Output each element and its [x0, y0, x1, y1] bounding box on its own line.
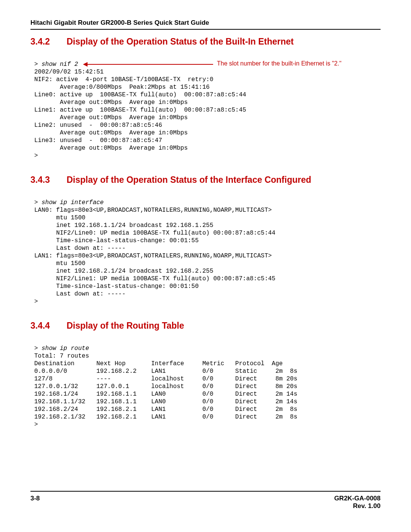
- command: show ip route: [41, 345, 89, 352]
- section-number: 3.4.3: [30, 175, 67, 185]
- section-heading-344: 3.4.4 Display of the Routing Table: [30, 321, 381, 331]
- command: show nif 2: [41, 61, 78, 68]
- prompt: >: [34, 345, 41, 352]
- section-heading-343: 3.4.3 Display of the Operation Status of…: [30, 175, 381, 185]
- doc-rev: Rev. 1.00: [334, 502, 381, 510]
- section-title: Display of the Routing Table: [67, 321, 184, 331]
- terminal-output-343: > show ip interface LAN0: flags=80e3<UP,…: [34, 199, 381, 305]
- section-number: 3.4.2: [30, 37, 67, 47]
- page-footer: 3-8 GR2K-GA-0008 Rev. 1.00: [30, 491, 381, 510]
- terminal-output-342: > show nif 2 2002/09/02 15:42:51 NIF2: a…: [34, 61, 381, 160]
- command: show ip interface: [41, 199, 104, 206]
- prompt: >: [34, 61, 41, 68]
- callout-arrow-icon: [84, 64, 213, 65]
- page-header: Hitachi Gigabit Router GR2000-B Series Q…: [30, 19, 381, 30]
- terminal-body: Total: 7 routes Destination Next Hop Int…: [34, 353, 297, 428]
- page-number: 3-8: [30, 495, 40, 510]
- callout-label: The slot number for the built-in Etherne…: [217, 60, 341, 67]
- terminal-body: 2002/09/02 15:42:51 NIF2: active 4-port …: [34, 69, 246, 159]
- section-number: 3.4.4: [30, 321, 67, 331]
- section-heading-342: 3.4.2 Display of the Operation Status of…: [30, 37, 381, 47]
- section-title: Display of the Operation Status of the B…: [67, 37, 294, 47]
- prompt: >: [34, 199, 41, 206]
- terminal-output-344: > show ip route Total: 7 routes Destinat…: [34, 345, 381, 428]
- terminal-body: LAN0: flags=80e3<UP,BROADCAST,NOTRAILERS…: [34, 207, 276, 305]
- doc-id: GR2K-GA-0008: [334, 495, 381, 502]
- section-title: Display of the Operation Status of the I…: [67, 175, 311, 185]
